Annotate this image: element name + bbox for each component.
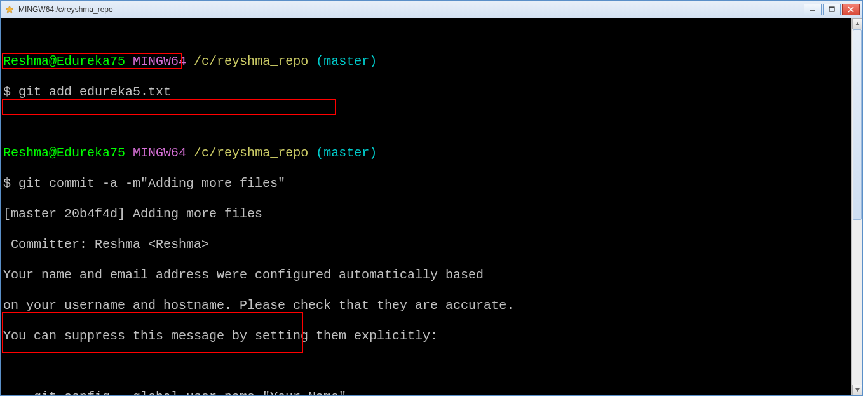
app-icon — [4, 4, 15, 15]
scroll-thumb[interactable] — [853, 29, 862, 220]
svg-marker-0 — [6, 6, 13, 13]
svg-marker-6 — [855, 22, 860, 25]
output-line: on your username and hostname. Please ch… — [3, 298, 860, 313]
scroll-up-button[interactable] — [852, 18, 862, 29]
output-line: git config --global user.name "Your Name… — [3, 390, 860, 395]
command-line: $ git commit -a -m"Adding more files" — [3, 176, 860, 191]
prompt-line: Reshma@Edureka75 MINGW64 /c/reyshma_repo… — [3, 54, 860, 69]
titlebar[interactable]: MINGW64:/c/reyshma_repo — [1, 1, 862, 18]
prompt-line: Reshma@Edureka75 MINGW64 /c/reyshma_repo… — [3, 146, 860, 161]
output-line: You can suppress this message by setting… — [3, 329, 860, 344]
minimize-button[interactable] — [804, 4, 822, 15]
blank-line — [3, 115, 860, 130]
output-line: [master 20b4f4d] Adding more files — [3, 207, 860, 222]
close-button[interactable] — [842, 4, 860, 15]
window-controls — [804, 4, 860, 15]
terminal-line: Reshma@Edureka75 MINGW64 /c/reyshma_repo… — [3, 39, 860, 395]
scroll-down-button[interactable] — [852, 385, 862, 395]
svg-marker-7 — [855, 388, 860, 392]
window-title: MINGW64:/c/reyshma_repo — [18, 5, 113, 14]
vertical-scrollbar[interactable] — [851, 18, 862, 395]
blank-line — [3, 359, 860, 374]
terminal-window: MINGW64:/c/reyshma_repo Reshma@Edureka75… — [0, 0, 863, 396]
output-line: Your name and email address were configu… — [3, 268, 860, 283]
terminal-area[interactable]: Reshma@Edureka75 MINGW64 /c/reyshma_repo… — [1, 18, 862, 395]
output-line: Committer: Reshma <Reshma> — [3, 237, 860, 252]
maximize-button[interactable] — [823, 4, 841, 15]
command-line: $ git add edureka5.txt — [3, 85, 860, 100]
